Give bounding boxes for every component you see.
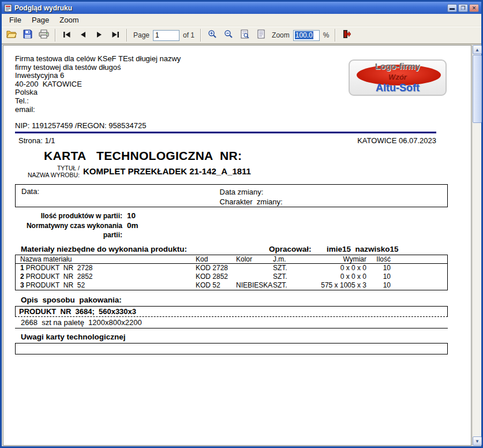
company-phone: Tel.:	[15, 97, 448, 106]
date-label: Data:	[16, 185, 219, 207]
notes-box	[15, 343, 448, 354]
menu-bar: File Page Zoom	[2, 14, 481, 27]
next-page-button[interactable]	[92, 28, 107, 42]
vertical-scrollbar[interactable]: ▲ ▼	[472, 45, 481, 446]
menu-file[interactable]: File	[4, 14, 27, 25]
cell-name: 2PRODUKT NR 2852	[16, 272, 196, 281]
menu-zoom[interactable]: Zoom	[54, 14, 84, 25]
exit-door-icon	[343, 29, 351, 41]
last-page-button[interactable]	[108, 28, 123, 42]
zoom-value-text: 100.0	[295, 31, 313, 39]
city-date: KATOWICE 06.07.2023	[357, 136, 436, 145]
floppy-disk-icon	[23, 29, 32, 41]
product-name-row: TYTUŁ / NAZWA WYROBU: KOMPLET PRZEKŁADEK…	[15, 164, 448, 178]
scroll-down-button[interactable]: ▼	[473, 436, 482, 446]
close-preview-button[interactable]	[339, 28, 354, 42]
cell-size: 0 x 0 x 0	[313, 272, 366, 281]
cell-code: KOD 2728	[196, 264, 236, 272]
zoom-out-button[interactable]	[221, 28, 236, 42]
document-content: Firma testowa dla celów KSeF TEst długie…	[3, 46, 471, 445]
print-button[interactable]	[36, 28, 51, 42]
materials-header-row: Nazwa materiału Kod Kolor J.m. Wymiar Il…	[16, 255, 447, 264]
cell-color	[236, 272, 273, 281]
nip-regon-line: NIP: 1191257459 /REGON: 958534725	[15, 121, 448, 130]
last-page-icon	[111, 30, 119, 40]
close-button[interactable]: ✕	[469, 4, 479, 12]
cell-code: KOD 2852	[196, 272, 236, 281]
col-color: Kolor	[236, 255, 273, 263]
change-character-label: Charakter zmiany:	[220, 197, 447, 207]
batch-qty-row: Ilość produktów w partii: 10	[15, 211, 448, 221]
fit-width-icon	[241, 29, 249, 41]
cell-size: 575 x 1005 x 3	[313, 281, 366, 290]
percent-label: %	[323, 31, 330, 39]
cell-qty: 10	[366, 281, 393, 290]
company-logo: Logo-firmy Wzór Altu-Soft	[349, 59, 447, 96]
cell-name: 1PRODUKT NR 2728	[16, 264, 196, 272]
col-name: Nazwa materiału	[16, 255, 196, 263]
batch-qty-value: 10	[127, 211, 136, 221]
cell-color	[236, 264, 273, 272]
logo-text-top: Logo-firmy	[350, 61, 445, 71]
product-label-line2: NAZWA WYROBU:	[15, 171, 80, 178]
zoom-value-input[interactable]: 100.0	[293, 30, 320, 41]
packaging-pallet-line: 2668 szt na paletę 1200x800x2200	[15, 317, 448, 328]
header-rule	[15, 132, 436, 133]
scrollbar-thumb[interactable]	[473, 55, 482, 123]
table-row: 2PRODUKT NR 2852 KOD 2852 SZT. 0 x 0 x 0…	[16, 272, 447, 281]
first-page-button[interactable]	[59, 28, 74, 42]
document-title: KARTA TECHNOLOGICZNA NR:	[44, 149, 448, 163]
materials-table: Nazwa materiału Kod Kolor J.m. Wymiar Il…	[15, 255, 448, 290]
menu-page[interactable]: Page	[27, 14, 54, 25]
cell-qty: 10	[366, 264, 393, 272]
page-number-input[interactable]	[153, 30, 179, 41]
whole-page-button[interactable]	[253, 28, 268, 42]
product-label-line1: TYTUŁ /	[15, 165, 80, 171]
change-labels: Data zmiany: Charakter zmiany:	[219, 185, 447, 207]
cell-filler	[393, 272, 447, 281]
col-unit: J.m.	[273, 255, 313, 263]
materials-heading-row: Materiały niezbędne do wykonania produkt…	[15, 245, 448, 253]
previous-page-icon	[80, 30, 87, 40]
zoom-in-icon	[208, 29, 217, 41]
author-value: imie15 nazwisko15	[327, 245, 399, 253]
cell-size: 0 x 0 x 0	[313, 264, 366, 272]
scroll-up-button[interactable]: ▲	[473, 45, 482, 54]
page-counter: Strona: 1/1	[15, 136, 55, 145]
previous-page-button[interactable]	[76, 28, 91, 42]
row-number: 1	[20, 264, 24, 272]
open-folder-icon	[6, 29, 17, 41]
toolbar-separator	[200, 29, 201, 42]
minimize-button[interactable]: ▬	[447, 4, 457, 12]
toolbar: Page of 1	[2, 27, 481, 44]
page-info-row: Strona: 1/1 KATOWICE 06.07.2023	[15, 136, 436, 145]
zoom-in-button[interactable]	[205, 28, 220, 42]
window-icon[interactable]	[4, 4, 12, 12]
toolbar-separator	[335, 29, 336, 42]
table-row: 1PRODUKT NR 2728 KOD 2728 SZT. 0 x 0 x 0…	[16, 264, 447, 272]
cell-filler	[393, 281, 447, 290]
toolbar-separator	[126, 29, 128, 42]
logo-text-middle: Wzór	[350, 73, 445, 81]
notes-heading: Uwagi karty technologicznej	[21, 333, 448, 341]
zoom-label: Zoom	[272, 31, 290, 39]
packaging-heading: Opis sposobu pakowania:	[21, 296, 448, 304]
col-filler	[393, 255, 447, 263]
zoom-out-icon	[224, 29, 233, 41]
col-qty: Ilość	[366, 255, 393, 263]
window-title: Podgląd wydruku	[14, 4, 445, 12]
materials-heading: Materiały niezbędne do wykonania produkt…	[21, 245, 269, 253]
packaging-product-line: PRODUKT NR 3684; 560x330x3	[15, 306, 448, 317]
cell-unit: SZT.	[273, 264, 313, 272]
maximize-button[interactable]: ❐	[458, 4, 468, 12]
row-number: 2	[20, 272, 24, 281]
toolbar-separator	[55, 29, 56, 42]
document-page: Firma testowa dla celów KSeF TEst długie…	[3, 45, 471, 446]
open-button[interactable]	[4, 28, 19, 42]
table-row: 3PRODUKT NR 52 KOD 52 NIEBIESKA SZT. 575…	[16, 281, 447, 290]
page-label: Page	[133, 31, 149, 39]
fit-width-button[interactable]	[237, 28, 252, 42]
save-button[interactable]	[20, 28, 35, 42]
cell-qty: 10	[366, 272, 393, 281]
logo-text-bottom: Altu-Soft	[350, 82, 445, 94]
